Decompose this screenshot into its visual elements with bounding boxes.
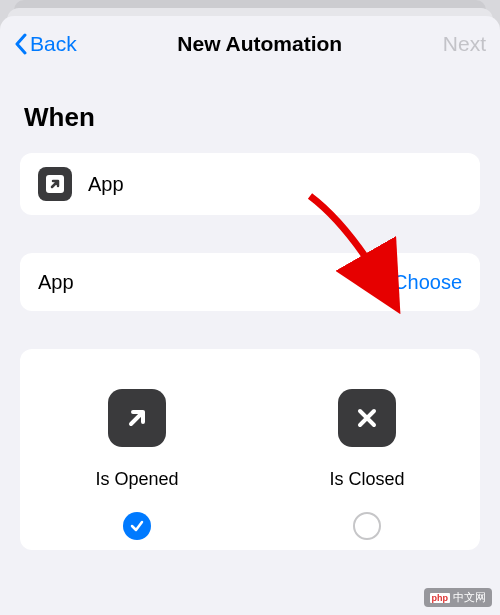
- app-select-row[interactable]: App Choose: [20, 253, 480, 311]
- option-opened-label: Is Opened: [95, 469, 178, 490]
- watermark-logo: php: [430, 593, 451, 603]
- next-button[interactable]: Next: [443, 32, 486, 56]
- trigger-label: App: [88, 173, 462, 196]
- option-is-closed[interactable]: Is Closed: [329, 389, 404, 540]
- section-header-when: When: [24, 102, 480, 133]
- back-button[interactable]: Back: [14, 32, 77, 56]
- radio-opened[interactable]: [123, 512, 151, 540]
- navigation-bar: Back New Automation Next: [0, 16, 500, 72]
- choose-button[interactable]: Choose: [393, 271, 462, 294]
- open-icon: [108, 389, 166, 447]
- trigger-card: App: [20, 153, 480, 215]
- radio-closed[interactable]: [353, 512, 381, 540]
- chevron-left-icon: [14, 33, 28, 55]
- watermark: php 中文网: [424, 588, 493, 607]
- close-icon: [338, 389, 396, 447]
- app-select-label: App: [38, 271, 393, 294]
- app-select-card: App Choose: [20, 253, 480, 311]
- option-closed-label: Is Closed: [329, 469, 404, 490]
- options-card: Is Opened Is Closed: [20, 349, 480, 550]
- content-area: When App App Choose Is Opened: [0, 102, 500, 550]
- watermark-text: 中文网: [453, 590, 486, 605]
- option-is-opened[interactable]: Is Opened: [95, 389, 178, 540]
- back-label: Back: [30, 32, 77, 56]
- app-open-icon: [38, 167, 72, 201]
- modal-sheet: Back New Automation Next When App App Ch…: [0, 16, 500, 615]
- page-title: New Automation: [177, 32, 342, 56]
- trigger-row[interactable]: App: [20, 153, 480, 215]
